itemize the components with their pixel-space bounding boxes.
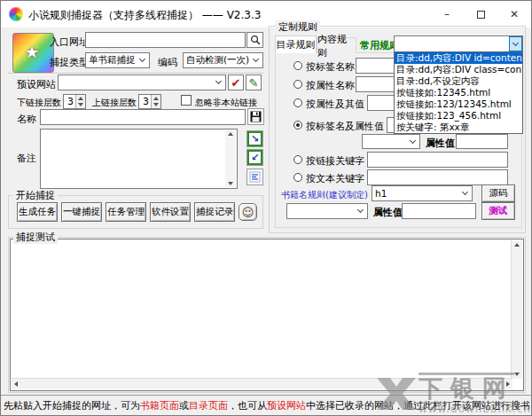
radio-by-tag-name[interactable] — [293, 61, 302, 70]
stepper-down-icon[interactable] — [152, 102, 160, 109]
report-button[interactable] — [246, 169, 263, 185]
chat-button[interactable]: ☺ — [239, 203, 257, 221]
preset-site-select[interactable] — [58, 75, 226, 90]
dropdown-item[interactable]: 按链接如:123/12345.html — [395, 98, 522, 110]
by-text-keyword-input[interactable] — [367, 169, 508, 185]
minimize-icon: – — [444, 8, 450, 20]
attr-value-label: 属性值 — [426, 137, 455, 150]
attr-value2-input[interactable] — [402, 203, 476, 219]
export-arrow-icon: ↘ — [247, 131, 262, 146]
common-rules-select[interactable] — [394, 35, 523, 52]
tab-content-rules[interactable]: 内容规则 — [317, 37, 356, 53]
stepper-down-icon[interactable] — [76, 102, 85, 109]
book-name-rule-value: h1 — [375, 188, 458, 199]
watermark-site-name: 下银网 — [419, 373, 514, 403]
watermark: 下银网 www.downbank.cn — [376, 373, 531, 415]
chevron-down-icon — [212, 75, 225, 90]
capture-test-group-label: 捕捉测试 — [13, 231, 58, 244]
attr-value2-label: 属性值 — [373, 206, 403, 219]
up-link-depth-label: 上链接层数 — [92, 97, 137, 109]
capture-record-button[interactable]: 捕捉记录 — [194, 202, 235, 222]
app-icon — [9, 7, 23, 21]
import-button[interactable]: ↙ — [246, 149, 263, 166]
capture-type-value: 单书籍捕捉 — [89, 54, 136, 67]
dropdown-item[interactable]: 按关键字: 第xx章 — [395, 122, 522, 133]
floppy-save-icon — [250, 111, 262, 122]
status-text: 或 — [179, 400, 189, 412]
chevron-down-icon — [354, 204, 367, 218]
save-button[interactable] — [247, 108, 264, 125]
radio-by-attr-and-value-label: 按属性及其值 — [306, 98, 364, 111]
dropdown-item[interactable]: 按链接如:12345.html — [395, 87, 522, 98]
task-manage-button[interactable]: 任务管理 — [106, 202, 146, 222]
book-name-rule-select[interactable]: h1 — [372, 185, 473, 201]
dropdown-item[interactable]: 目录:dd,不设定内容 — [395, 75, 522, 87]
entry-url-input[interactable] — [85, 32, 246, 48]
radio-by-text-keyword[interactable] — [293, 173, 302, 182]
watermark-site-url: www.downbank.cn — [419, 403, 531, 415]
ignore-external-label: 忽略非本站链接 — [195, 97, 257, 109]
by-link-keyword-input[interactable] — [367, 152, 508, 168]
bottom-tag-select[interactable] — [286, 203, 368, 219]
status-text: 先粘贴入开始捕捉的网址，可为 — [4, 400, 140, 412]
encoding-value: 自动检测(一次) — [186, 54, 249, 67]
status-text-book-page: 书籍页面 — [140, 400, 179, 412]
dropdown-item[interactable]: 目录:dd,内容:DIV id=content — [395, 52, 522, 64]
export-button[interactable]: ↘ — [246, 130, 263, 147]
encoding-label: 编码 — [158, 56, 177, 69]
up-link-depth-stepper[interactable]: 3 — [138, 94, 161, 109]
chevron-down-icon — [458, 186, 472, 200]
test-button[interactable]: 测试 — [481, 202, 515, 220]
chevron-down-icon — [406, 135, 419, 148]
stepper-up-icon[interactable] — [76, 95, 85, 102]
maximize-button[interactable] — [464, 1, 497, 27]
remark-scrollbar[interactable] — [225, 130, 236, 187]
chevron-down-icon — [509, 36, 522, 51]
title-bar: 小说规则捕捉器（支持多线程捕捉） —— V2.3.3 – ✕ — [1, 1, 531, 27]
source-code-button[interactable]: 源码 — [481, 184, 515, 202]
remark-label: 备注 — [17, 152, 36, 165]
status-text-preset-site: 预设网站 — [267, 400, 306, 412]
import-arrow-icon: ↙ — [247, 150, 262, 165]
red-check-icon: ✔ — [231, 76, 241, 90]
radio-by-tag-and-attr-value-label: 按标签名及属性值 — [306, 120, 384, 133]
tab-catalog-rules[interactable]: 目录规则 — [275, 35, 317, 53]
scroll-up-icon[interactable] — [228, 132, 233, 136]
scroll-down-icon[interactable] — [228, 182, 233, 185]
capture-test-vscrollbar[interactable] — [511, 240, 522, 379]
radio-by-text-keyword-label: 按文本关键字 — [306, 172, 364, 185]
smiley-chat-icon: ☺ — [242, 206, 254, 219]
radio-by-tag-and-attr-value[interactable] — [293, 121, 302, 130]
capture-test-textarea[interactable] — [10, 239, 524, 391]
software-settings-button[interactable]: 软件设置 — [150, 202, 191, 222]
radio-by-link-keyword[interactable] — [293, 155, 302, 164]
encoding-select[interactable]: 自动检测(一次) — [183, 52, 263, 68]
dropdown-item[interactable]: 按链接如:123_456.html — [395, 110, 522, 122]
stepper-up-icon[interactable] — [152, 95, 160, 102]
capture-type-select[interactable]: 单书籍捕捉 — [85, 52, 150, 68]
radio-by-attr-and-value[interactable] — [293, 98, 302, 107]
maximize-icon — [477, 11, 485, 19]
chevron-down-icon — [136, 53, 149, 67]
radio-by-attr-name[interactable] — [293, 80, 302, 89]
dropdown-item[interactable]: 目录:dd,内容:DIV class=content — [395, 64, 522, 75]
generate-task-button[interactable]: 生成任务 — [17, 202, 58, 222]
start-capture-group-label: 开始捕捉 — [13, 189, 58, 202]
down-link-depth-stepper[interactable]: 3 — [63, 94, 86, 109]
one-click-capture-button[interactable]: 一键捕捉 — [61, 202, 102, 222]
remark-textarea[interactable] — [40, 129, 238, 189]
ignore-external-checkbox[interactable] — [181, 95, 192, 106]
confirm-site-button[interactable]: ✔ — [228, 75, 244, 90]
scroll-left-icon[interactable] — [14, 381, 18, 387]
search-button[interactable] — [246, 32, 263, 48]
edit-site-button[interactable]: ✎ — [246, 75, 262, 90]
name-input[interactable] — [40, 109, 246, 125]
scroll-up-icon[interactable] — [514, 243, 520, 247]
custom-rules-group-label: 定制规则 — [276, 20, 320, 34]
tag-name-select[interactable] — [362, 134, 420, 149]
radio-by-tag-name-label: 按标签名称 — [306, 60, 355, 74]
minimize-button[interactable]: – — [430, 1, 464, 27]
close-button[interactable]: ✕ — [497, 1, 531, 27]
radio-by-link-keyword-label: 按链接关键字 — [306, 154, 364, 168]
attr-value-input[interactable] — [456, 134, 508, 149]
